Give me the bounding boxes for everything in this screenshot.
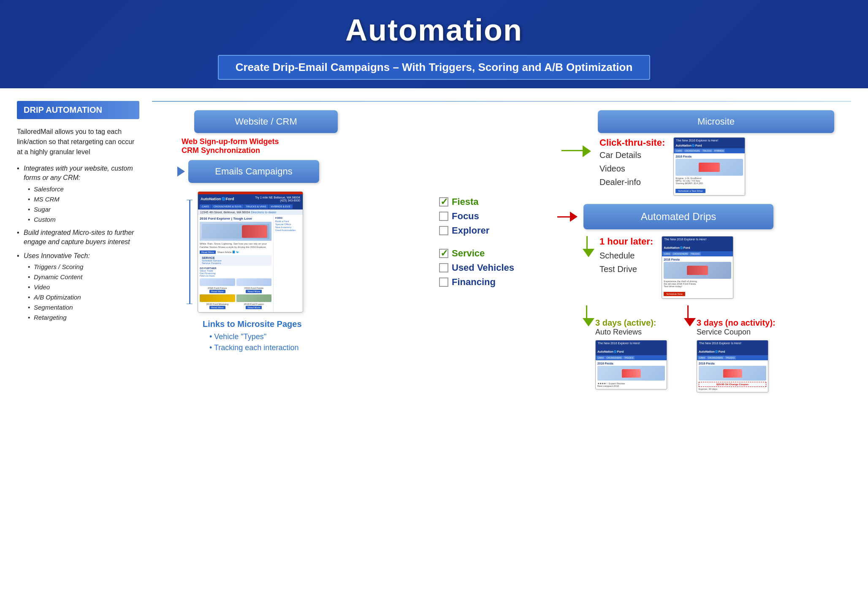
three-days-row: 3 days (active): Auto Reviews The New 20… <box>583 305 851 392</box>
ws-nav-trucks: TRUCKS & VANS <box>244 204 269 209</box>
email-campaigns-row: Emails Campaigns <box>177 160 431 183</box>
ws-fusion-btn[interactable]: Read More <box>246 306 262 309</box>
ws-car-card-fusion: 2016 Ford Fusion Read More <box>236 294 272 309</box>
ws-description: While. Rain. Snow. Lightning. See how yo… <box>200 242 271 249</box>
checkbox-label-financing: Financing <box>452 277 496 288</box>
ms-logo: AutoNation🔵Ford <box>675 144 702 147</box>
inactive-text: 3 days (no activity): Service Coupon <box>697 318 776 337</box>
page-header: Automation Create Drip-Email Campaigns –… <box>0 0 868 88</box>
checkbox-icon-financing <box>439 278 448 287</box>
ws-read-more-btn[interactable]: Read More <box>200 250 216 254</box>
main-content: DRIP AUTOMATION TailoredMail allows you … <box>0 88 868 405</box>
inactive-content: 3 days (no activity): Service Coupon <box>684 318 776 337</box>
active-text: 3 days (active): Auto Reviews <box>595 318 656 337</box>
bracket <box>186 191 193 313</box>
source-boxes: Web Sign-up-form Widgets CRM Synchroniza… <box>152 137 431 183</box>
ws-right-panel: FORD Build a Ford Special Offers New Inv… <box>273 215 303 312</box>
active-v-line <box>586 305 587 318</box>
inactive-v-line <box>687 305 689 318</box>
ws-nav-cars: CARS <box>200 204 211 209</box>
microsite-box: Microsite <box>598 110 834 133</box>
checkbox-label-focus: Focus <box>452 211 479 222</box>
drips-arrow-line <box>557 216 570 218</box>
ws-car-img-fiesta <box>236 278 272 286</box>
v-line-green <box>583 236 591 299</box>
ws-fiesta-btn[interactable]: Read More <box>246 290 262 293</box>
drips-arrow-head <box>570 212 578 222</box>
diagram-area: Website / CRM Microsite Web Sign-up-form… <box>152 101 851 392</box>
green-down-arrow <box>583 249 594 257</box>
active-arrow-wrapper <box>583 318 591 326</box>
checkbox-label-used: Used Vehicles <box>452 262 514 273</box>
checkbox-label-service: Service <box>452 248 485 259</box>
ms-car-image <box>675 159 743 176</box>
ws-car-name-fiesta: 2016 Ford Fiesta <box>236 287 272 289</box>
ws-car-card-focus: 2016 Ford Focus Read More <box>200 278 235 293</box>
ws-nav-hybrids: HYBRIDS & EVS <box>269 204 293 209</box>
sidebar-title: DRIP AUTOMATION <box>17 101 139 119</box>
days-active-section: 3 days (active): Auto Reviews The New 20… <box>583 305 667 392</box>
ws-car-card-fiesta: 2016 Ford Fiesta Read More <box>236 278 272 293</box>
checkbox-icon-explorer <box>439 226 448 235</box>
list-subitem: Retargeting <box>28 313 139 322</box>
ws-nav-crossovers: CROSSOVERS & SUVS <box>212 204 244 209</box>
list-subitem: Sugar <box>28 205 139 214</box>
ws-used-autos: Used Automobiles <box>275 229 301 231</box>
email-campaigns-box: Emails Campaigns <box>188 160 319 183</box>
microsite-screenshot-1: The New 2016 Explorer Is Here! AutoNatio… <box>673 137 745 196</box>
ws-hero <box>200 222 271 241</box>
list-subitem: Salesforce <box>28 185 139 193</box>
hour-later-section: 1 hour later: Schedule Test Drive The Ne… <box>583 236 851 299</box>
hour-later-screenshot: The New 2016 Explorer Is Here! AutoNatio… <box>662 236 733 299</box>
ws-car-image <box>242 225 267 238</box>
hl-body: 2016 Fiesta Experience the thrill of dri… <box>662 256 733 298</box>
links-vehicle-types: Vehicle "Types" <box>203 332 431 341</box>
ws-car-name-mustang: 2016 Ford Mustang <box>200 303 235 305</box>
web-signup-text: Web Sign-up-form Widgets CRM Synchroniza… <box>182 137 431 155</box>
checkbox-icon-fiesta <box>439 197 448 207</box>
checkbox-service: Service <box>439 248 557 259</box>
active-arrow-row <box>586 305 587 318</box>
ws-left-content: 2016 Ford Explorer | Tough Love While. R… <box>198 215 273 312</box>
ms-nav-cars: CARS <box>675 149 683 152</box>
inactive-arrow-row <box>687 305 689 318</box>
left-column: Web Sign-up-form Widgets CRM Synchroniza… <box>152 137 431 392</box>
sidebar-description: TailoredMail allows you to tag each link… <box>17 127 139 157</box>
ws-header: AutoNation🔵Ford Try 1 mile NE Bellevue, … <box>198 194 303 204</box>
ms-fiesta-label: 2016 Fiesta <box>675 155 743 158</box>
ws-car-name-focus: 2016 Ford Focus <box>200 287 235 289</box>
ws-cars-row-2: 2016 Ford Mustang Read More 2016 Ford Fu… <box>200 294 271 309</box>
ms-schedule-btn[interactable]: Schedule a Test Drive <box>675 189 705 193</box>
screenshot-with-bracket: AutoNation🔵Ford Try 1 mile NE Bellevue, … <box>186 191 431 313</box>
ms-specs: Engine: 1.0L EcoBoostMPG: 31 city / 43 h… <box>675 177 743 185</box>
checkbox-explorer: Explorer <box>439 225 557 236</box>
ws-focus-btn[interactable]: Read More <box>209 290 225 293</box>
hl-logo: AutoNation🔵Ford <box>662 242 733 251</box>
header-subtitle: Create Drip-Email Campaigns – With Trigg… <box>236 61 633 73</box>
ws-go-further: GO FURTHER Value Trade Get Financing Fin… <box>200 267 271 277</box>
list-subitem: Triggers / Scoring <box>28 262 139 271</box>
drips-arrow-wrapper <box>557 212 578 222</box>
list-item: Uses Innovative Tech: Triggers / Scoring… <box>17 251 139 322</box>
ms-nav-trucks: TRUCKS <box>701 149 713 152</box>
ws-build-a-ford: Build a Ford <box>275 220 301 223</box>
ws-cars-row-1: 2016 Ford Focus Read More 2016 Ford Fies… <box>200 278 271 293</box>
ws-service-coupons: Service Coupons <box>202 262 269 264</box>
ws-car-name-fusion: 2016 Ford Fusion <box>236 303 272 305</box>
list-subitem: A/B Optimization <box>28 293 139 302</box>
active-down-arrow <box>583 318 594 326</box>
ws-car-img-mustang <box>200 294 235 302</box>
list-subitem: Video <box>28 283 139 291</box>
hl-nav: CARS CROSSOVERS TRUCKS <box>662 251 733 256</box>
ws-mustang-btn[interactable]: Read More <box>209 306 225 309</box>
page-title: Automation <box>8 13 860 47</box>
ws-address: 12345 4th Street, Bellevue, WA 98004 Dir… <box>198 209 303 215</box>
automated-drips-row: Automated Drips <box>557 204 851 229</box>
inactive-down-arrow <box>684 318 696 326</box>
active-label-wrapper: 3 days (active): <box>595 318 656 328</box>
checkbox-fiesta: Fiesta <box>439 196 557 207</box>
checkbox-financing: Financing <box>439 277 557 288</box>
ws-ford-label: FORD <box>275 217 301 219</box>
full-diagram: Web Sign-up-form Widgets CRM Synchroniza… <box>152 137 851 392</box>
checkbox-icon-used <box>439 263 448 272</box>
